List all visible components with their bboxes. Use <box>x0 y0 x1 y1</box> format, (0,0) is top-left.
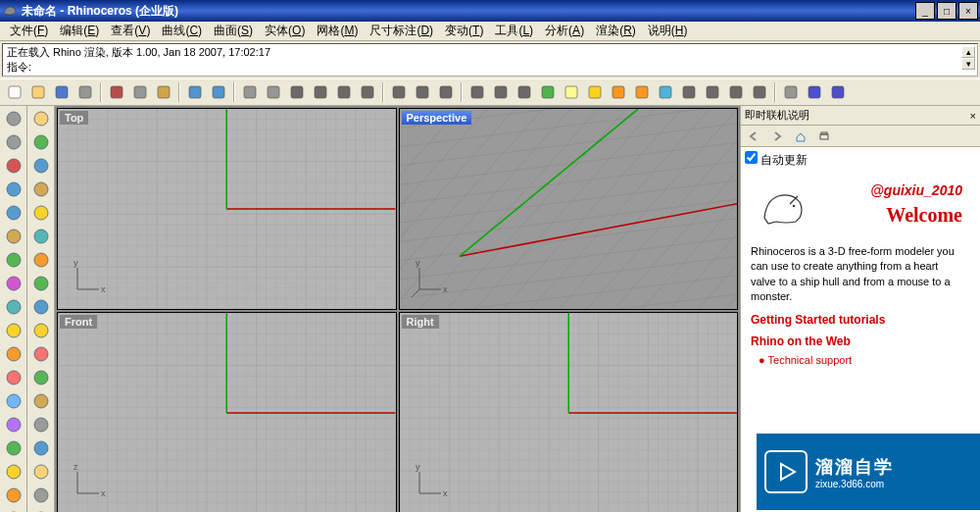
menu-o[interactable]: 实体(O) <box>259 21 311 41</box>
text-icon[interactable] <box>2 367 25 388</box>
hatch-icon[interactable] <box>2 414 25 435</box>
auto-update-checkbox[interactable] <box>745 151 758 164</box>
command-area[interactable]: 正在载入 Rhino 渲染, 版本 1.00, Jan 18 2007, 17:… <box>2 43 978 77</box>
copy2-icon[interactable] <box>29 485 53 506</box>
close-button[interactable]: × <box>958 2 978 20</box>
menu-e[interactable]: 编辑(E) <box>54 21 105 41</box>
command-input[interactable] <box>35 62 973 74</box>
xray-icon[interactable] <box>749 81 770 103</box>
explode-icon[interactable] <box>29 343 53 365</box>
select-icon[interactable] <box>2 108 25 129</box>
help-web-link[interactable]: Rhino on the Web <box>743 331 970 352</box>
extrude-icon[interactable] <box>29 179 53 200</box>
menu-c[interactable]: 曲线(C) <box>156 21 208 41</box>
paste-icon[interactable] <box>153 81 174 103</box>
sphere-icon[interactable] <box>2 437 25 459</box>
polygon-icon[interactable] <box>2 296 25 318</box>
align-icon[interactable] <box>29 508 53 512</box>
help-ptr-icon[interactable] <box>804 81 825 103</box>
help-close-icon[interactable]: × <box>970 110 976 122</box>
cmd-scroll-down-icon[interactable]: ▾ <box>961 58 975 70</box>
globe-icon[interactable] <box>655 81 676 103</box>
cut-icon[interactable] <box>106 81 127 103</box>
circle-icon[interactable] <box>2 226 25 247</box>
menu-s[interactable]: 曲面(S) <box>208 21 259 41</box>
shade-icon[interactable] <box>702 81 723 103</box>
helix-icon[interactable] <box>2 343 25 365</box>
viewport-front[interactable]: Frontzx <box>57 312 397 512</box>
move-icon[interactable] <box>29 461 53 483</box>
help-forward-icon[interactable] <box>766 126 788 147</box>
help-icon[interactable] <box>827 81 849 103</box>
undo-view-icon[interactable] <box>388 81 410 103</box>
zoom-ext-icon[interactable] <box>286 81 308 103</box>
cone-icon[interactable] <box>29 131 53 153</box>
4view-icon[interactable] <box>435 81 457 103</box>
gear-icon[interactable] <box>29 320 53 341</box>
rhino-icon[interactable] <box>631 81 653 103</box>
pan-icon[interactable] <box>239 81 261 103</box>
lasso-icon[interactable] <box>2 131 25 153</box>
sweep-icon[interactable] <box>29 249 53 271</box>
maximize-button[interactable]: □ <box>937 2 956 20</box>
sun-icon[interactable] <box>584 81 606 103</box>
menu-m[interactable]: 网格(M) <box>311 21 364 41</box>
color-icon[interactable] <box>29 437 53 459</box>
fx-icon[interactable] <box>2 508 25 512</box>
ortho-icon[interactable] <box>514 81 535 103</box>
box-icon[interactable] <box>29 108 53 129</box>
help-home-icon[interactable] <box>790 126 811 147</box>
redo-icon[interactable] <box>208 81 229 103</box>
wire-icon[interactable] <box>678 81 700 103</box>
leaf2-icon[interactable] <box>29 367 53 388</box>
pipe-icon[interactable] <box>29 155 53 177</box>
render-icon[interactable] <box>608 81 629 103</box>
layers-icon[interactable] <box>537 81 559 103</box>
menu-a[interactable]: 分析(A) <box>539 21 590 41</box>
new-icon[interactable] <box>4 81 25 103</box>
menu-t[interactable]: 变动(T) <box>439 21 489 41</box>
curve-icon[interactable] <box>2 320 25 341</box>
star-icon[interactable] <box>2 461 25 483</box>
revolve-icon[interactable] <box>29 226 53 247</box>
print-icon[interactable] <box>74 81 96 103</box>
help-print-icon[interactable] <box>813 126 835 147</box>
rect-icon[interactable] <box>2 273 25 294</box>
menu-r[interactable]: 渲染(R) <box>590 21 642 41</box>
menu-h[interactable]: 说明(H) <box>642 21 694 41</box>
viewport-top[interactable]: Topyx <box>57 108 397 310</box>
viewport-label[interactable]: Top <box>60 111 88 125</box>
loft-icon[interactable] <box>29 202 53 224</box>
menu-v[interactable]: 查看(V) <box>105 21 156 41</box>
menu-l[interactable]: 工具(L) <box>489 21 539 41</box>
viewport-right[interactable]: Rightyx <box>399 312 739 512</box>
open-icon[interactable] <box>27 81 49 103</box>
undo-icon[interactable] <box>184 81 206 103</box>
cmd-scroll-up-icon[interactable]: ▴ <box>961 46 975 58</box>
viewport-label[interactable]: Perspective <box>402 111 472 125</box>
menu-d[interactable]: 尺寸标注(D) <box>364 21 439 41</box>
viewport-label[interactable]: Front <box>60 315 97 329</box>
boolean-icon[interactable] <box>29 273 53 294</box>
fillet-icon[interactable] <box>29 414 53 435</box>
help-back-icon[interactable] <box>743 126 764 147</box>
menu-f[interactable]: 文件(F) <box>4 21 54 41</box>
car-icon[interactable] <box>466 81 488 103</box>
zoom-sel-icon[interactable] <box>333 81 355 103</box>
help-support-link[interactable]: ● Technical support <box>743 352 970 368</box>
rotate-icon[interactable] <box>263 81 284 103</box>
line-icon[interactable] <box>2 179 25 200</box>
options-icon[interactable] <box>780 81 802 103</box>
redo-view-icon[interactable] <box>412 81 433 103</box>
save-icon[interactable] <box>51 81 73 103</box>
point-icon[interactable] <box>2 155 25 177</box>
copy-icon[interactable] <box>129 81 151 103</box>
zoom-win-icon[interactable] <box>310 81 331 103</box>
ghosted-icon[interactable] <box>725 81 747 103</box>
polyline-icon[interactable] <box>2 202 25 224</box>
minimize-button[interactable]: _ <box>915 2 935 20</box>
fix-icon[interactable] <box>29 390 53 412</box>
light-icon[interactable] <box>561 81 582 103</box>
arc-icon[interactable] <box>2 249 25 271</box>
cplane-icon[interactable] <box>490 81 512 103</box>
